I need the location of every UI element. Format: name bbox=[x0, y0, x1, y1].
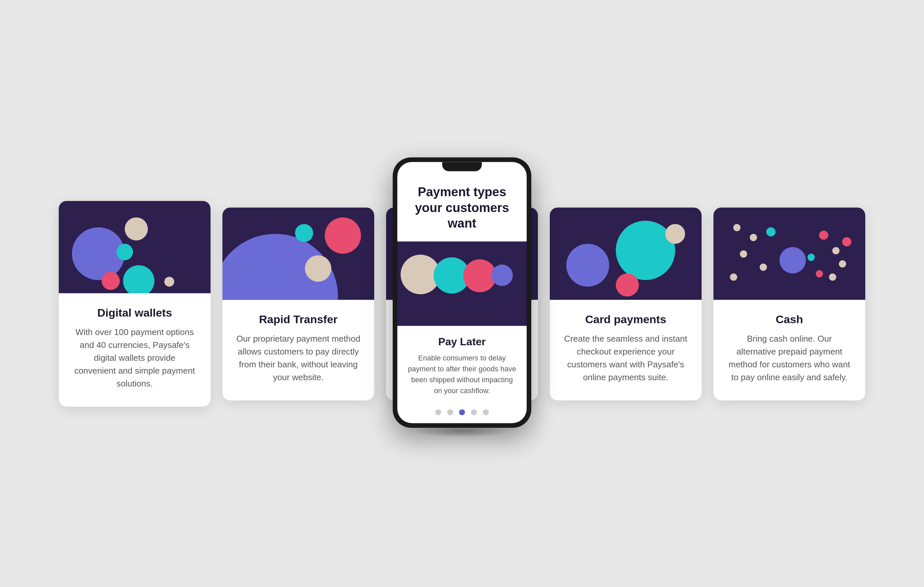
card-description: Our proprietary payment method allows cu… bbox=[236, 332, 361, 384]
card-title: Digital wallets bbox=[72, 306, 197, 319]
circle bbox=[832, 247, 840, 254]
circle bbox=[819, 230, 828, 240]
phone: Payment typesyour customers want Pay Lat… bbox=[393, 157, 531, 428]
circle bbox=[305, 255, 331, 282]
card-card-payments: Card payments Create the seamless and in… bbox=[550, 207, 701, 400]
circle bbox=[123, 265, 154, 293]
card-title: Cash bbox=[727, 313, 852, 326]
circle bbox=[760, 263, 767, 271]
card-digital-wallets: Digital wallets With over 100 payment op… bbox=[59, 201, 211, 407]
card-rapid-transfer: Rapid Transfer Our proprietary payment m… bbox=[223, 207, 374, 400]
circle bbox=[740, 250, 747, 258]
card-illustration-digital-wallets bbox=[59, 201, 211, 293]
card-title: Rapid Transfer bbox=[236, 313, 361, 326]
phone-shadow bbox=[412, 424, 512, 437]
card-content: Card payments Create the seamless and in… bbox=[550, 300, 701, 400]
card-description: Create the seamless and instant checkout… bbox=[563, 332, 688, 384]
circle bbox=[730, 273, 737, 281]
circle bbox=[125, 217, 148, 240]
phone-card-description: Enable consumers to delay payment to aft… bbox=[407, 352, 517, 396]
circle bbox=[733, 224, 741, 231]
circle bbox=[295, 224, 313, 242]
dot-5[interactable] bbox=[483, 409, 489, 415]
card-illustration-cash bbox=[713, 207, 865, 300]
circle bbox=[117, 244, 133, 260]
circle bbox=[807, 253, 815, 261]
circle bbox=[779, 247, 806, 273]
circle bbox=[566, 244, 609, 286]
circle bbox=[766, 227, 776, 237]
card-content: Cash Bring cash online. Our alternative … bbox=[713, 300, 865, 400]
circle bbox=[842, 237, 851, 247]
circle bbox=[102, 272, 120, 290]
phone-dots bbox=[435, 403, 489, 423]
phone-card-content: Pay Later Enable consumers to delay paym… bbox=[397, 326, 527, 403]
card-description: With over 100 payment options and 40 cur… bbox=[72, 326, 197, 390]
dot-4[interactable] bbox=[471, 409, 477, 415]
phone-title: Payment typesyour customers want bbox=[397, 174, 527, 242]
card-illustration-card-payments bbox=[550, 207, 701, 300]
card-description: Bring cash online. Our alternative prepa… bbox=[727, 332, 852, 384]
phone-screen: Payment typesyour customers want Pay Lat… bbox=[397, 162, 527, 423]
card-content: Rapid Transfer Our proprietary payment m… bbox=[223, 300, 374, 400]
card-illustration-rapid-transfer bbox=[223, 207, 374, 300]
scene: Digital wallets With over 100 payment op… bbox=[0, 0, 924, 587]
circle bbox=[325, 217, 361, 253]
phone-card-title: Pay Later bbox=[407, 336, 517, 348]
circle bbox=[829, 273, 836, 281]
dot-1[interactable] bbox=[435, 409, 441, 415]
phone-card-illustration bbox=[397, 242, 527, 326]
dot-2[interactable] bbox=[447, 409, 453, 415]
card-title: Card payments bbox=[563, 313, 688, 326]
circle bbox=[839, 260, 846, 268]
phone-wrapper: Payment typesyour customers want Pay Lat… bbox=[393, 157, 531, 441]
circle bbox=[164, 277, 174, 286]
card-cash: Cash Bring cash online. Our alternative … bbox=[713, 207, 865, 400]
card-content: Digital wallets With over 100 payment op… bbox=[59, 293, 211, 407]
circle bbox=[816, 270, 823, 277]
phone-notch bbox=[442, 162, 482, 171]
dot-3[interactable] bbox=[459, 409, 465, 415]
circle bbox=[665, 224, 685, 244]
circle bbox=[616, 273, 639, 296]
circle bbox=[492, 265, 513, 286]
circle bbox=[750, 234, 757, 241]
